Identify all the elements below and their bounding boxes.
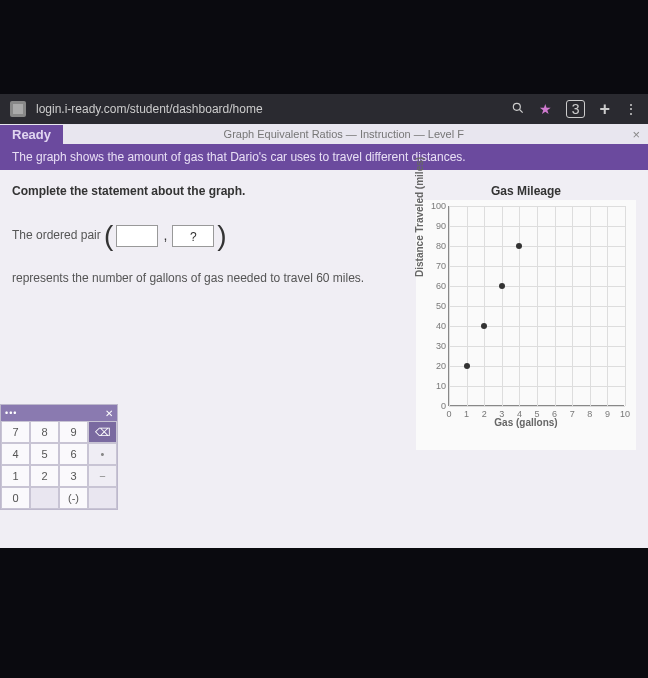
keypad-decimal[interactable]: • [88,443,117,465]
svg-line-2 [519,109,522,112]
x-axis-label: Gas (gallons) [416,417,636,428]
keypad-1[interactable]: 1 [1,465,30,487]
pair-input-1[interactable] [116,225,158,247]
close-lesson-button[interactable]: × [624,127,648,142]
grid-line-v [625,206,626,406]
svg-point-1 [513,103,520,110]
chart-title: Gas Mileage [416,184,636,198]
y-tick-label: 20 [430,361,446,371]
statement: The ordered pair ( , ? ) represents the … [12,212,404,288]
problem-prompt-text: The graph shows the amount of gas that D… [12,150,466,164]
browser-address-bar: login.i-ready.com/student/dashboard/home… [0,94,648,124]
close-paren: ) [217,212,226,260]
statement-part2: represents the number of gallons of gas … [12,271,364,285]
grid-line-v [449,206,450,406]
keypad-header[interactable]: ••• ✕ [1,405,117,421]
y-tick-label: 70 [430,261,446,271]
keypad-3[interactable]: 3 [59,465,88,487]
bookmark-star-icon[interactable]: ★ [539,101,552,117]
y-tick-label: 80 [430,241,446,251]
y-axis-label: Distance Traveled (miles) [414,157,425,277]
svg-rect-0 [13,104,23,114]
y-tick-label: 30 [430,341,446,351]
grid-line-v [572,206,573,406]
keypad-drag-handle[interactable]: ••• [5,408,17,418]
lesson-title: Graph Equivalent Ratios — Instruction — … [63,128,624,140]
brand-label: Ready [0,125,63,144]
y-tick-label: 0 [430,401,446,411]
tab-count[interactable]: 3 [566,100,586,118]
grid-line-v [590,206,591,406]
data-point [464,363,470,369]
instruction-text: Complete the statement about the graph. [12,184,404,198]
keypad-empty [30,487,59,509]
search-icon[interactable] [511,101,525,118]
keypad-2[interactable]: 2 [30,465,59,487]
grid-line-v [607,206,608,406]
y-tick-label: 10 [430,381,446,391]
keypad-backspace[interactable]: ⌫ [88,421,117,443]
grid-line-v [519,206,520,406]
y-tick-label: 100 [430,201,446,211]
keypad-6[interactable]: 6 [59,443,88,465]
y-tick-label: 50 [430,301,446,311]
y-tick-label: 40 [430,321,446,331]
grid-line-v [484,206,485,406]
numeric-keypad: ••• ✕ 789⌫456•123−0(-) [0,404,118,510]
keypad-minus[interactable]: − [88,465,117,487]
menu-dots-icon[interactable]: ⋮ [624,101,638,117]
grid-line-v [555,206,556,406]
data-point [481,323,487,329]
grid-line-v [537,206,538,406]
comma: , [163,224,167,248]
data-point [499,283,505,289]
app-header: Ready Graph Equivalent Ratios — Instruct… [0,124,648,144]
grid-line-h [449,406,625,407]
url-text[interactable]: login.i-ready.com/student/dashboard/home [36,102,501,116]
keypad-empty [88,487,117,509]
keypad-4[interactable]: 4 [1,443,30,465]
chart-column: Gas Mileage Distance Traveled (miles) 01… [416,184,636,534]
keypad-8[interactable]: 8 [30,421,59,443]
data-point [516,243,522,249]
keypad-5[interactable]: 5 [30,443,59,465]
keypad-9[interactable]: 9 [59,421,88,443]
y-tick-label: 90 [430,221,446,231]
grid-line-v [502,206,503,406]
keypad-negative[interactable]: (-) [59,487,88,509]
y-tick-label: 60 [430,281,446,291]
problem-prompt-bar: The graph shows the amount of gas that D… [0,144,648,170]
grid-line-v [467,206,468,406]
new-tab-icon[interactable]: + [599,99,610,120]
keypad-0[interactable]: 0 [1,487,30,509]
plot-area: 012345678910 [448,206,624,406]
open-paren: ( [104,212,113,260]
pair-input-2[interactable]: ? [172,225,214,247]
keypad-body: 789⌫456•123−0(-) [1,421,117,509]
keypad-close-icon[interactable]: ✕ [105,408,113,419]
ordered-pair: ( , ? ) [104,212,227,260]
keypad-7[interactable]: 7 [1,421,30,443]
chart: Distance Traveled (miles) 012345678910 G… [416,200,636,450]
statement-part1: The ordered pair [12,228,101,242]
site-favicon [10,101,26,117]
